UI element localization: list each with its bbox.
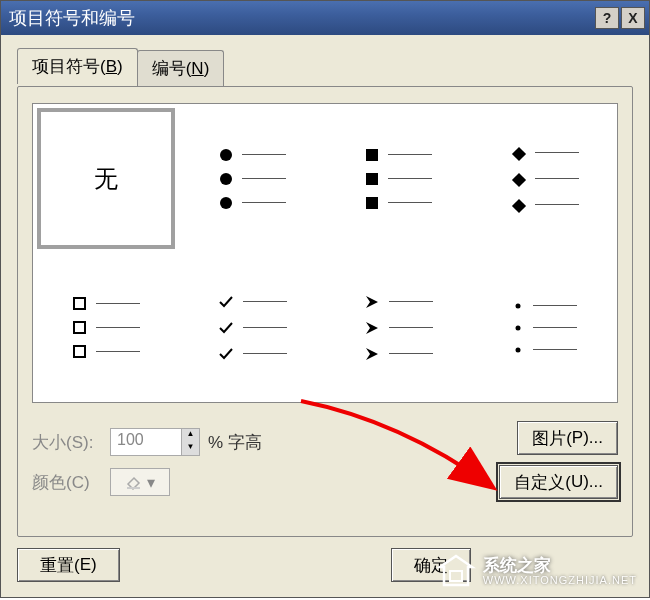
paint-bucket-icon (125, 474, 143, 490)
tab-numbering[interactable]: 编号(N) (137, 50, 225, 86)
size-label: 大小(S): (32, 431, 102, 454)
tab-strip: 项目符号(B) 编号(N) (17, 47, 649, 83)
svg-rect-6 (512, 146, 526, 160)
size-value: 100 (111, 429, 181, 455)
svg-rect-15 (127, 487, 140, 489)
titlebar: 项目符号和编号 ? X (1, 1, 649, 35)
svg-rect-11 (74, 346, 85, 357)
svg-rect-3 (366, 149, 378, 161)
size-unit: % 字高 (208, 431, 262, 454)
bullet-option-hollow-square[interactable] (33, 253, 179, 402)
svg-point-0 (220, 149, 232, 161)
ok-button[interactable]: 确定 (391, 548, 471, 582)
svg-rect-10 (74, 322, 85, 333)
bullet-option-none[interactable]: 无 (33, 104, 179, 253)
svg-rect-9 (74, 298, 85, 309)
color-label: 颜色(C) (32, 471, 102, 494)
svg-rect-5 (366, 197, 378, 209)
svg-rect-7 (512, 172, 526, 186)
svg-point-1 (220, 173, 232, 185)
svg-point-13 (516, 325, 521, 330)
size-spinner[interactable]: 100 ▲▼ (110, 428, 200, 456)
customize-button[interactable]: 自定义(U)... (499, 465, 618, 499)
bullet-option-diamond[interactable] (471, 104, 617, 253)
reset-button[interactable]: 重置(E) (17, 548, 120, 582)
window-title: 项目符号和编号 (9, 6, 593, 30)
svg-point-12 (516, 303, 521, 308)
bullet-option-check[interactable] (179, 253, 325, 402)
tab-panel: 无 (17, 86, 633, 537)
spin-down-icon[interactable]: ▼ (181, 442, 199, 455)
controls-area: 大小(S): 100 ▲▼ % 字高 图片(P)... 颜色(C) ▾ (32, 417, 618, 526)
picture-button[interactable]: 图片(P)... (517, 421, 618, 455)
tab-bullets[interactable]: 项目符号(B) (17, 48, 138, 84)
svg-rect-8 (512, 198, 526, 212)
svg-rect-4 (366, 173, 378, 185)
svg-point-2 (220, 197, 232, 209)
dialog-window: 项目符号和编号 ? X 项目符号(B) 编号(N) 无 (0, 0, 650, 598)
bullet-option-disc[interactable] (179, 104, 325, 253)
bullet-option-arrow[interactable] (325, 253, 471, 402)
help-button[interactable]: ? (595, 7, 619, 29)
dropdown-icon: ▾ (147, 473, 155, 492)
dialog-footer: 重置(E) 确定 (17, 545, 633, 585)
bullet-gallery: 无 (32, 103, 618, 403)
color-picker[interactable]: ▾ (110, 468, 170, 496)
bullet-option-dot[interactable] (471, 253, 617, 402)
close-button[interactable]: X (621, 7, 645, 29)
svg-point-14 (516, 347, 521, 352)
spin-up-icon[interactable]: ▲ (181, 429, 199, 442)
bullet-option-square[interactable] (325, 104, 471, 253)
